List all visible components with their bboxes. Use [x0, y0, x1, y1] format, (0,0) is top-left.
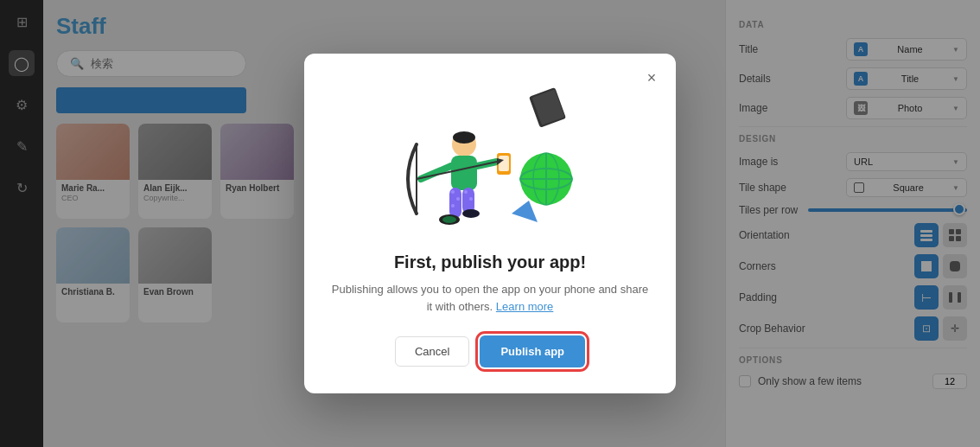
- modal-close-button[interactable]: ×: [641, 67, 662, 88]
- modal-overlay: ×: [0, 0, 980, 447]
- svg-rect-21: [451, 156, 477, 190]
- publish-app-button[interactable]: Publish app: [480, 335, 585, 367]
- svg-point-27: [451, 204, 455, 208]
- learn-more-link[interactable]: Learn more: [496, 300, 553, 313]
- svg-point-25: [451, 190, 455, 194]
- cancel-button[interactable]: Cancel: [395, 336, 469, 367]
- modal-illustration: [330, 80, 650, 235]
- publish-modal: ×: [304, 54, 676, 393]
- svg-point-30: [469, 197, 473, 201]
- svg-marker-18: [512, 201, 538, 222]
- svg-point-29: [464, 190, 468, 194]
- svg-point-38: [442, 216, 456, 223]
- svg-rect-34: [499, 156, 509, 171]
- modal-description: Publishing allows you to open the app on…: [330, 281, 650, 315]
- svg-point-32: [462, 209, 480, 218]
- svg-point-20: [453, 131, 475, 144]
- modal-actions: Cancel Publish app: [330, 335, 650, 367]
- svg-point-26: [456, 197, 460, 201]
- modal-title: First, publish your app!: [330, 252, 650, 272]
